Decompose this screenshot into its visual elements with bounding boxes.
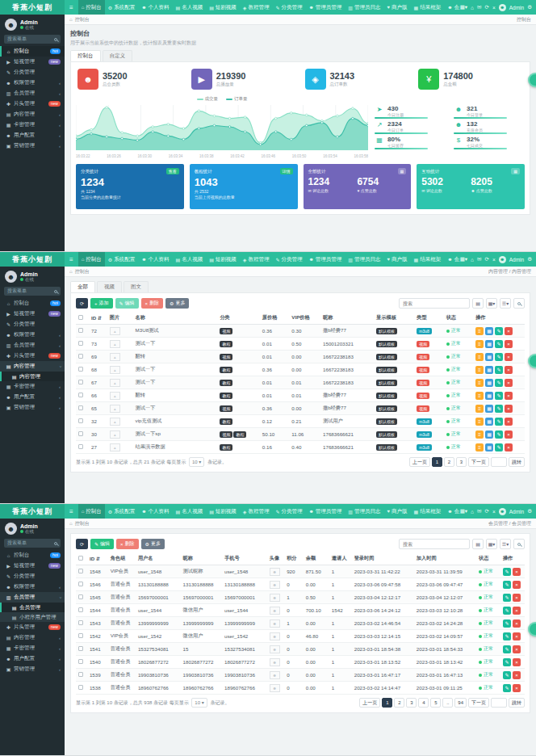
refresh-button[interactable]: ⟳: [76, 539, 88, 549]
edit-row-button[interactable]: ✎: [503, 568, 511, 576]
row-checkbox[interactable]: [78, 569, 83, 573]
sidebar-item-3[interactable]: ☻权限管理‹: [0, 330, 65, 340]
detail-button[interactable]: ▦: [485, 430, 493, 439]
sidebar-item-9[interactable]: ▣营销管理‹: [0, 664, 65, 674]
row-select-cell[interactable]: [76, 578, 87, 591]
select-all-checkbox[interactable]: [78, 315, 83, 320]
page-button-下一页[interactable]: 下一页: [468, 698, 489, 708]
row-checkbox[interactable]: [78, 633, 83, 638]
edit-button[interactable]: ✎编辑: [115, 298, 139, 309]
sidebar-item-9[interactable]: ▣营销管理‹: [0, 402, 65, 413]
sidebar-item-6[interactable]: ▤内容管理‹: [0, 361, 65, 372]
page-button-..[interactable]: ..: [442, 698, 453, 708]
row-select-cell[interactable]: [76, 604, 87, 617]
search-input[interactable]: [399, 298, 470, 309]
sidebar-item-7[interactable]: ▦卡密管理‹: [0, 120, 65, 130]
delete-row-button[interactable]: ×: [513, 581, 521, 589]
sidebar-item-3[interactable]: ☻权限管理‹: [0, 78, 65, 88]
page-jump-input[interactable]: [491, 698, 507, 708]
column-header-3[interactable]: 昵称: [181, 552, 222, 565]
delete-row-button[interactable]: ×: [505, 430, 513, 439]
sidebar-item-7[interactable]: ▦卡密管理‹: [0, 381, 65, 392]
row-checkbox[interactable]: [78, 646, 83, 651]
sidebar-item-0[interactable]: ⌂控制台hot: [0, 550, 65, 561]
select-all-checkbox[interactable]: [78, 556, 83, 561]
edit-row-button[interactable]: ✎: [503, 607, 511, 615]
column-header-7[interactable]: 余额: [304, 552, 329, 565]
list-tab-2[interactable]: 图文: [124, 281, 149, 292]
delete-row-button[interactable]: ×: [505, 353, 513, 361]
row-checkbox[interactable]: [78, 393, 83, 397]
sidebar-toggle-icon[interactable]: ≡: [65, 4, 78, 11]
sidebar-item-8[interactable]: ☻用户配置‹: [0, 130, 65, 141]
top-menu-item-8[interactable]: ▥管理员日志: [345, 252, 383, 267]
sidebar-avatar[interactable]: ☻: [5, 19, 17, 31]
column-header-2[interactable]: 用户名: [136, 552, 181, 565]
episodes-button[interactable]: ≡: [475, 418, 484, 426]
column-header-0[interactable]: ID ⇵: [87, 552, 108, 565]
page-button-下一页[interactable]: 下一页: [468, 457, 489, 467]
edit-row-button[interactable]: ✎: [495, 327, 503, 335]
sidebar-item-4[interactable]: ▥会员管理‹: [0, 88, 65, 99]
row-checkbox[interactable]: [78, 672, 83, 677]
page-jump-input[interactable]: [491, 457, 507, 467]
delete-row-button[interactable]: ×: [513, 620, 521, 628]
delete-row-button[interactable]: ×: [513, 645, 521, 653]
more-button[interactable]: ⚙更多: [141, 539, 165, 549]
episodes-button[interactable]: ≡: [475, 443, 484, 452]
navbar-action-icon-3[interactable]: ⟳: [484, 256, 488, 262]
row-select-cell[interactable]: [76, 441, 89, 454]
search-submit-icon[interactable]: [513, 298, 525, 309]
row-checkbox[interactable]: [78, 685, 83, 690]
form-view-icon[interactable]: ▤: [472, 298, 484, 309]
sidebar-item-8[interactable]: ☻用户配置‹: [0, 653, 65, 664]
episodes-button[interactable]: ≡: [475, 340, 484, 348]
top-menu-item-7[interactable]: ☻管理员管理: [306, 504, 345, 519]
sidebar-item-2[interactable]: ✎分类管理: [0, 571, 65, 582]
tab-1[interactable]: 自定义: [103, 50, 133, 61]
navbar-action-icon-1[interactable]: ⌂: [471, 257, 474, 262]
select-all-header[interactable]: [76, 552, 87, 565]
edit-row-button[interactable]: ✎: [503, 684, 511, 692]
detail-button[interactable]: ▦: [485, 379, 493, 387]
row-checkbox[interactable]: [78, 607, 83, 612]
navbar-action-icon-0[interactable]: ▦▾: [460, 508, 467, 514]
jump-button[interactable]: 跳转: [509, 457, 525, 467]
delete-row-button[interactable]: ×: [505, 392, 513, 400]
page-button-上一页[interactable]: 上一页: [359, 698, 380, 708]
settings-icon[interactable]: ⚙: [527, 256, 532, 262]
sidebar-item-1[interactable]: ▶短视管理new: [0, 57, 65, 67]
edit-row-button[interactable]: ✎: [495, 366, 503, 374]
form-view-icon[interactable]: ▤: [472, 539, 484, 549]
top-menu-item-0[interactable]: ⌂控制台: [78, 504, 105, 519]
page-button-4[interactable]: 4: [418, 698, 429, 708]
row-select-cell[interactable]: [76, 351, 89, 363]
row-select-cell[interactable]: [76, 669, 87, 682]
edit-row-button[interactable]: ✎: [495, 353, 503, 361]
row-select-cell[interactable]: [76, 389, 89, 402]
columns-icon[interactable]: ▦▾: [486, 539, 497, 549]
episodes-button[interactable]: ≡: [475, 379, 484, 387]
page-size-select[interactable]: 10 ▾: [189, 457, 204, 467]
column-header-8[interactable]: 类型: [414, 312, 443, 325]
edit-row-button[interactable]: ✎: [503, 581, 511, 589]
export-icon[interactable]: ☰▾: [500, 298, 511, 309]
navbar-action-icon-3[interactable]: ⟳: [484, 508, 488, 514]
page-button-2[interactable]: 2: [444, 457, 454, 467]
navbar-action-icon-2[interactable]: ✉: [477, 508, 481, 514]
row-select-cell[interactable]: [76, 376, 89, 389]
detail-button[interactable]: ▦: [485, 353, 493, 361]
sidebar-item-0[interactable]: ⌂控制台hot: [0, 46, 65, 57]
top-menu-item-5[interactable]: ◈教程管理: [240, 504, 273, 519]
summary-card-action[interactable]: 详情: [280, 168, 293, 174]
row-select-cell[interactable]: [76, 643, 87, 656]
sidebar-item-2[interactable]: ✎分类管理: [0, 319, 65, 330]
summary-card-action[interactable]: ▦: [398, 168, 407, 174]
top-menu-item-0[interactable]: ⌂控制台: [78, 252, 105, 267]
top-menu-item-5[interactable]: ◈教程管理: [240, 252, 273, 267]
sidebar-item-2[interactable]: ✎分类管理: [0, 67, 65, 78]
sidebar-avatar[interactable]: ☻: [5, 271, 17, 283]
row-select-cell[interactable]: [76, 682, 87, 695]
tab-0[interactable]: 控制台: [70, 50, 101, 61]
sidebar-item-5[interactable]: ✚片头管理new: [0, 622, 65, 632]
